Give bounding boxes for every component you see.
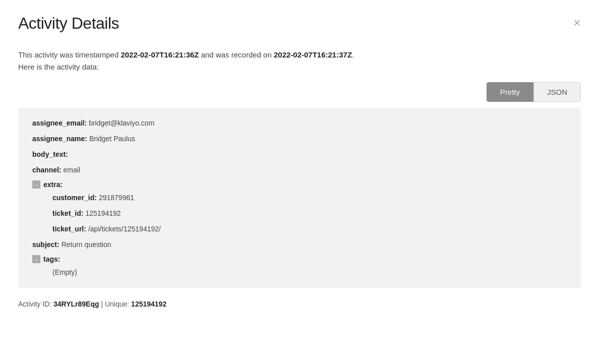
- timestamp2: 2022-02-07T16:21:37Z: [274, 50, 352, 59]
- activity-id-value: 34RYLr89Eqg: [53, 300, 99, 308]
- timestamp1: 2022-02-07T16:21:36Z: [121, 50, 199, 59]
- channel-row: channel: email: [32, 165, 567, 175]
- extra-section-header: – extra:: [32, 180, 567, 189]
- unique-id-value: 125194192: [131, 300, 166, 308]
- assignee-email-row: assignee_email: bridget@klaviyo.com: [32, 118, 567, 129]
- tags-section-header: – tags:: [32, 255, 567, 263]
- description-prefix: This activity was timestamped: [18, 50, 121, 59]
- activity-id-prefix: Activity ID:: [18, 300, 53, 308]
- collapse-tags-icon[interactable]: –: [32, 255, 40, 263]
- view-toggle-toolbar: Pretty JSON: [18, 82, 581, 102]
- data-panel: assignee_email: bridget@klaviyo.com assi…: [18, 108, 581, 288]
- modal-title: Activity Details: [18, 14, 119, 33]
- ticket-url-value: /api/tickets/125194192/: [88, 224, 161, 234]
- tags-empty-value: (Empty): [52, 267, 77, 278]
- collapse-extra-icon[interactable]: –: [32, 180, 40, 189]
- pretty-tab-button[interactable]: Pretty: [487, 82, 533, 102]
- assignee-name-key: assignee_name:: [32, 134, 87, 144]
- assignee-email-key: assignee_email:: [32, 118, 87, 129]
- extra-nested: customer_id: 291879961 ticket_id: 125194…: [32, 193, 567, 234]
- assignee-name-row: assignee_name: Bridget Paulus: [32, 134, 567, 144]
- channel-value: email: [64, 165, 80, 175]
- description-text: This activity was timestamped 2022-02-07…: [18, 49, 581, 73]
- tags-key: tags:: [43, 255, 60, 263]
- extra-key: extra:: [43, 180, 63, 189]
- modal-header: Activity Details ×: [18, 14, 581, 33]
- ticket-id-key: ticket_id:: [52, 208, 83, 219]
- subject-key: subject:: [32, 239, 59, 250]
- body-text-key: body_text:: [32, 149, 68, 160]
- json-tab-button[interactable]: JSON: [533, 82, 581, 102]
- channel-key: channel:: [32, 165, 62, 175]
- unique-separator: | Unique:: [99, 300, 132, 308]
- modal: Activity Details × This activity was tim…: [0, 0, 599, 364]
- footer: Activity ID: 34RYLr89Eqg | Unique: 12519…: [18, 300, 581, 308]
- assignee-email-value: bridget@klaviyo.com: [89, 118, 154, 129]
- ticket-url-key: ticket_url:: [52, 224, 86, 234]
- tags-nested: (Empty): [32, 267, 567, 278]
- close-button[interactable]: ×: [573, 16, 581, 29]
- customer-id-value: 291879961: [99, 193, 134, 203]
- description-line2: Here is the activity data:: [18, 63, 99, 71]
- subject-row: subject: Return question: [32, 239, 567, 250]
- ticket-id-row: ticket_id: 125194192: [52, 208, 567, 219]
- subject-value: Return question: [62, 239, 111, 250]
- tags-empty-row: (Empty): [52, 267, 567, 278]
- ticket-id-value: 125194192: [85, 208, 121, 219]
- body-text-row: body_text:: [32, 149, 567, 160]
- description-suffix: .: [352, 50, 354, 59]
- description-middle: and was recorded on: [199, 50, 274, 59]
- customer-id-key: customer_id:: [52, 193, 97, 203]
- ticket-url-row: ticket_url: /api/tickets/125194192/: [52, 224, 567, 234]
- assignee-name-value: Bridget Paulus: [89, 134, 135, 144]
- customer-id-row: customer_id: 291879961: [52, 193, 567, 203]
